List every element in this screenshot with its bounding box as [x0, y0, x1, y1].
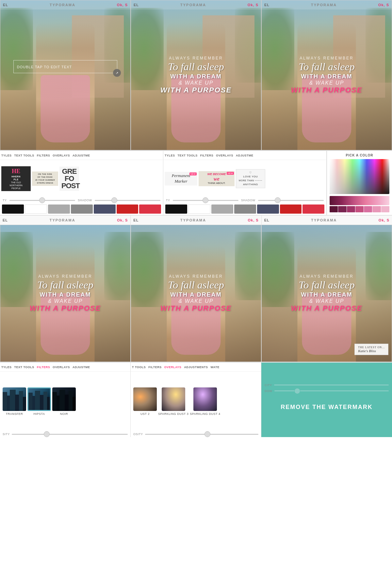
shade-5[interactable] — [364, 206, 372, 213]
filter-dust2[interactable]: UST 2 — [133, 387, 157, 416]
shade-1[interactable] — [330, 206, 338, 213]
font-love-you[interactable]: ♡LOVE YOUMORE THAN ~~~~~ANYTHING — [236, 169, 265, 188]
font-we-become[interactable]: WE BECOME we THINK ABOUT. NEW — [199, 171, 235, 186]
cancel-label-b3[interactable]: EL — [264, 218, 270, 222]
swatch-white-2[interactable] — [188, 204, 211, 214]
font-sample-gre[interactable]: GREFOPOST — [59, 167, 79, 191]
swatch-red-2[interactable] — [280, 204, 302, 214]
fnav-texttools[interactable]: TEXT TOOLS — [14, 366, 34, 369]
filter-img-dust2[interactable] — [133, 387, 157, 411]
filter-img-sparkling4[interactable] — [193, 387, 217, 411]
shade-2[interactable] — [338, 206, 346, 213]
filter-hipsta[interactable]: HIPSTA — [27, 387, 51, 416]
swatch-dgray-1[interactable] — [71, 204, 93, 214]
filter-img-hipsta[interactable] — [27, 387, 51, 411]
font-sample-old-northern[interactable]: HE HHERNPLE THE OLDNORTHERNPEOPLE — [1, 166, 31, 191]
quote-line5-white: WITH A PURPOSE — [138, 86, 254, 94]
cancel-label-b2[interactable]: EL — [133, 218, 139, 222]
quote-line1-6: ALWAYS REMEMBER — [268, 274, 385, 279]
filter-noir[interactable]: NOIR — [52, 387, 76, 416]
shade-6[interactable] — [372, 206, 381, 213]
sity-label: SITY — [3, 433, 10, 436]
isity-slider[interactable] — [145, 434, 258, 435]
phone-screen-5[interactable]: ALWAYS REMEMBER To fall asleep WITH A DR… — [131, 225, 261, 362]
swatch-gray-1[interactable] — [48, 204, 70, 214]
filter-img-transfer[interactable] — [3, 387, 26, 411]
swatch-white-1[interactable] — [25, 204, 47, 214]
swatch-navy-1[interactable] — [94, 204, 116, 214]
app-title-b3: TYPORAMA — [311, 218, 337, 222]
isity-label: OSITY — [133, 433, 143, 436]
edit-text-box[interactable]: DOUBLE TAP TO EDIT TEXT ↗ — [13, 60, 117, 73]
nav-texttools-1[interactable]: TEXT TOOLS — [14, 154, 34, 157]
nav-styles-1[interactable]: TYLES — [1, 154, 12, 157]
swatch-gray-2[interactable] — [211, 204, 233, 214]
bottom-header-3: EL TYPORAMA Ok, S — [262, 216, 392, 224]
nav-styles-2[interactable]: TYLES — [165, 154, 175, 157]
shadow-slider-2[interactable] — [258, 200, 324, 201]
city-slider-rw[interactable] — [274, 384, 389, 385]
nav-adjust-1[interactable]: ADJUSTME — [73, 154, 90, 157]
nav-filters-2[interactable]: FILTERS — [200, 154, 213, 157]
ok-label-3[interactable]: Ok, S — [378, 3, 389, 7]
phone-screen-4[interactable]: ALWAYS REMEMBER To fall asleep WITH A DR… — [0, 225, 131, 362]
fnav2-adjustments[interactable]: ADJUSTMENTS — [184, 366, 208, 369]
fnav-styles[interactable]: TYLES — [1, 366, 12, 369]
watermark-top-line: THE LATEST ON... — [358, 346, 385, 349]
toolbar-section: TYLES TEXT TOOLS FILTERS OVERLAYS ADJUST… — [0, 150, 392, 216]
nav-texttools-2[interactable]: TEXT TOOLS — [178, 154, 198, 157]
fnav-filters[interactable]: FILTERS — [37, 366, 50, 369]
cancel-label-3[interactable]: EL — [264, 3, 270, 7]
swatch-black-1[interactable] — [2, 204, 24, 214]
fnav-adjust[interactable]: ADJUSTME — [73, 366, 90, 369]
color-gradient[interactable] — [330, 159, 389, 194]
phone-screen-2[interactable]: EL TYPORAMA Ok, S ALWAYS REMEMBER To fal… — [131, 0, 261, 150]
shade-7[interactable] — [381, 206, 389, 213]
fnav2-overlays[interactable]: OVERLAYS — [164, 366, 182, 369]
sity-slider[interactable] — [12, 434, 128, 435]
cancel-label-2[interactable]: EL — [134, 3, 139, 7]
cancel-label-b1[interactable]: EL — [3, 218, 8, 222]
ok-label-b1[interactable]: Ok, S — [117, 218, 128, 222]
filter-sparkling3[interactable]: SPARKLING DUST 3 — [158, 387, 188, 416]
swatch-dred-2[interactable] — [302, 204, 324, 214]
dow-slider-rw[interactable] — [274, 390, 389, 391]
opacity-slider[interactable] — [9, 200, 75, 201]
pink-shades-bar[interactable] — [330, 196, 389, 205]
nav-filters-1[interactable]: FILTERS — [37, 154, 50, 157]
nav-overlays-2[interactable]: OVERLAYS — [216, 154, 233, 157]
font-sample-road[interactable]: ON THE SIDEOF THE ROADIN YOUR SUMMERSTRI… — [32, 172, 58, 186]
filter-sparkling4[interactable]: SPARKLING DUST 4 — [190, 387, 220, 416]
fnav-overlays[interactable]: OVERLAYS — [53, 366, 70, 369]
font-permanent-marker[interactable]: PermanentMarker NEW — [165, 172, 197, 186]
phone-screen-1[interactable]: EL TYPORAMA Ok, S DOUBLE TAP TO EDIT TEX… — [0, 0, 131, 150]
ok-label-b2[interactable]: Ok, S — [248, 218, 259, 222]
cancel-label-1[interactable]: EL — [3, 3, 8, 7]
swatch-dgray-2[interactable] — [234, 204, 256, 214]
phone-screen-6[interactable]: ALWAYS REMEMBER To fall asleep WITH A DR… — [261, 225, 392, 362]
swatch-red-1[interactable] — [117, 204, 139, 214]
shadow-slider[interactable] — [95, 200, 161, 201]
swatch-navy-2[interactable] — [257, 204, 279, 214]
fnav2-water[interactable]: WATE — [210, 366, 219, 369]
watermark-name: Katie's Bliss — [358, 349, 376, 353]
phone-screen-3[interactable]: EL TYPORAMA Ok, S ALWAYS REMEMBER To fal… — [261, 0, 392, 150]
filter-img-noir[interactable] — [52, 387, 76, 411]
ok-label-2[interactable]: Ok, S — [248, 3, 258, 7]
opacity-slider-2[interactable] — [173, 200, 239, 201]
filter-img-sparkling3[interactable] — [162, 387, 185, 411]
fnav2-filters[interactable]: FILTERS — [148, 366, 161, 369]
nav-adjust-2[interactable]: ADJUSTME — [236, 154, 253, 157]
filter-transfer[interactable]: TRANSFER — [3, 387, 26, 416]
remove-watermark-button[interactable]: REMOVE THE WATERMARK — [265, 398, 389, 416]
ok-label-b3[interactable]: Ok, S — [379, 218, 389, 222]
fnav2-ttools[interactable]: T TOOLS — [132, 366, 146, 369]
ok-label-1[interactable]: Ok, S — [117, 3, 128, 7]
shade-4[interactable] — [355, 206, 364, 213]
shade-3[interactable] — [347, 206, 355, 213]
color-swatches-2 — [163, 203, 326, 215]
quote-line3: WITH A DREAM — [138, 73, 254, 80]
swatch-dred-1[interactable] — [139, 204, 161, 214]
swatch-black-2[interactable] — [165, 204, 187, 214]
nav-overlays-1[interactable]: OVERLAYS — [53, 154, 70, 157]
